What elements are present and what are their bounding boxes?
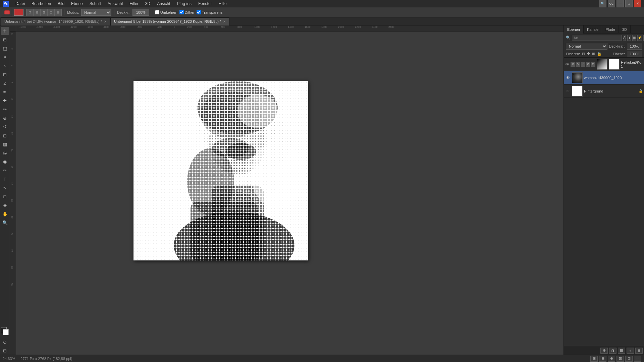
opacity-input[interactable] [132,9,149,16]
gradient-tool[interactable]: ▦ [1,140,9,148]
menu-auswahl[interactable]: Auswahl [106,1,124,7]
menu-plugins[interactable]: Plug-ins [176,1,193,7]
hand-tool[interactable]: ✋ [1,210,9,218]
tab-1[interactable]: Unbenannt-5 bei 158% (woman-2003647_1920… [110,17,229,25]
quick-select-tool[interactable]: ⍀ [1,62,9,70]
status-icon-6[interactable]: ↔ [634,356,641,362]
layer-item-woman[interactable]: 👁 woman-1439909_1920 [564,71,644,84]
3d-tool[interactable]: ◈ [1,201,9,209]
eyedropper-tool[interactable]: ✒ [1,88,9,96]
blur-tool[interactable]: ◎ [1,149,9,157]
mode-fixed-size-icon[interactable]: ⊠ [40,9,48,16]
tab-0[interactable]: Unbenannt-4 bei 24,6% (woman-1439909_192… [1,17,110,25]
status-icon-4[interactable]: ⊡ [616,356,624,362]
lock-pixels-icon[interactable]: ⊡ [582,52,585,56]
tab-0-close[interactable]: ✕ [104,20,107,23]
mode-fixed-ratio-icon[interactable]: ⊞ [33,9,41,16]
status-icon-5[interactable]: ⊠ [625,356,633,362]
slice-tool[interactable]: ⊿ [1,79,9,87]
marquee-tool[interactable]: ⬚ [1,44,9,52]
path-select-tool[interactable]: ↖ [1,184,9,192]
menu-ansicht[interactable]: Ansicht [156,1,171,7]
left-toolbar: ✛ ⊞ ⬚ ⌗ ⍀ ⊡ ⊿ ✒ ✚ ✏ ⊕ ↺ ◻ ▦ ◎ ◉ ✑ T ↖ □ … [0,25,10,355]
layer-item-background[interactable]: 👁 Hintergrund 🔒 [564,84,644,98]
transparency-checkbox[interactable] [197,10,201,14]
blend-mode-select[interactable]: Normal [566,43,607,50]
history-brush-tool[interactable]: ↺ [1,123,9,131]
zoom-tool[interactable]: 🔍 [1,219,9,227]
layer-eye-brightness[interactable]: 👁 [565,62,569,67]
foreground-color-swatch[interactable] [14,9,23,16]
mode-extra-icon[interactable]: ⊟ [54,9,62,16]
menu-schrift[interactable]: Schrift [88,1,102,7]
status-icon-3[interactable]: ⊕ [608,356,615,362]
menu-fenster[interactable]: Fenster [197,1,213,7]
panel-tab-3d[interactable]: 3D [619,25,631,34]
panel-tab-pfade[interactable]: Pfade [602,25,619,34]
fill-input[interactable] [627,51,642,57]
search-icon[interactable]: 🔍 [599,0,606,7]
shape-tool[interactable]: □ [1,192,9,200]
menu-bearbeiten[interactable]: Bearbeiten [30,1,52,7]
lock-all-icon[interactable]: 🔒 [597,52,602,56]
eraser-tool[interactable]: ◻ [1,131,9,139]
mode-select[interactable]: Normal [81,9,111,16]
maximize-icon[interactable]: □ [625,0,633,7]
dither-checkbox[interactable] [179,10,184,14]
mode-normal-icon[interactable]: □ [26,9,34,16]
panel-new-layer-icon[interactable]: + [627,348,634,354]
filter-group-icon[interactable]: ▦ [632,35,636,41]
lock-position-icon[interactable]: ✚ [587,52,590,56]
layer-thumb-brightness-mask [609,59,620,70]
stamp-tool[interactable]: ⊕ [1,114,9,122]
panel-tab-ebenen[interactable]: Ebenen [564,25,584,34]
filter-adj-icon[interactable]: ◑ [627,35,631,41]
tool-preset-icon[interactable] [2,9,12,16]
panel-delete-layer-icon[interactable]: 🗑 [635,348,643,354]
opacity-input[interactable] [627,43,642,50]
artboard-tool[interactable]: ⊞ [1,36,9,44]
brush-tool[interactable]: ✏ [1,105,9,113]
menu-3d[interactable]: 3D [144,1,152,7]
pen-tool[interactable]: ✑ [1,166,9,174]
close-icon[interactable]: ✕ [634,0,641,7]
crop-tool[interactable]: ⊡ [1,70,9,78]
invert-checkbox[interactable] [155,10,159,14]
panel-new-group-icon[interactable]: ▦ [618,348,625,354]
panel-link-icon[interactable]: ⊕ [600,348,608,354]
layer-item-brightness[interactable]: 👁 ⊕ ✎ f ⊙ ⊟ Helligkeit/Kontrast 1 [564,58,644,71]
minimize-icon[interactable]: — [616,0,624,7]
filter-smart-icon[interactable]: ⚡ [637,35,642,41]
ruler-h-label-1: -1600 [36,25,43,28]
panel-tab-kanaele[interactable]: Kanäle [584,25,602,34]
mode-custom-icon[interactable]: ⊡ [47,9,55,16]
quick-mask-tool[interactable]: ⊙ [1,338,9,346]
layers-search-input[interactable] [572,35,622,41]
layer-fx-icon: f [581,62,585,67]
menu-filter[interactable]: Filter [128,1,140,7]
status-icon-2[interactable]: ⊟ [599,356,606,362]
menu-bar: Ps Datei Bearbeiten Bild Ebene Schrift A… [0,0,644,7]
lock-artboard-icon[interactable]: ⊞ [592,52,595,56]
layer-eye-background[interactable]: 👁 [565,88,571,94]
menu-bild[interactable]: Bild [56,1,66,7]
filter-type-icon[interactable]: A [623,35,626,41]
layer-eye-woman[interactable]: 👁 [565,75,571,80]
dodge-tool[interactable]: ◉ [1,158,9,166]
healing-tool[interactable]: ✚ [1,97,9,105]
status-icon-1[interactable]: ⊞ [590,356,598,362]
lasso-tool[interactable]: ⌗ [1,53,9,61]
search-filter-icon: 🔍 [566,36,571,40]
panel-new-adj-icon[interactable]: ◑ [609,348,616,354]
cc-icon[interactable]: CC [608,0,615,7]
text-tool[interactable]: T [1,175,9,183]
menu-hilfe[interactable]: Hilfe [217,1,228,7]
layer-clip-icon: ⊟ [591,62,595,67]
tab-1-close[interactable]: ✕ [223,20,226,23]
screen-mode-tool[interactable]: ⊟ [1,347,9,355]
menu-ebene[interactable]: Ebene [70,1,84,7]
background-swatch[interactable] [3,329,9,335]
move-tool[interactable]: ✛ [1,27,9,35]
menu-datei[interactable]: Datei [14,1,26,7]
ruler-h-label-18: 1800 [321,25,327,28]
